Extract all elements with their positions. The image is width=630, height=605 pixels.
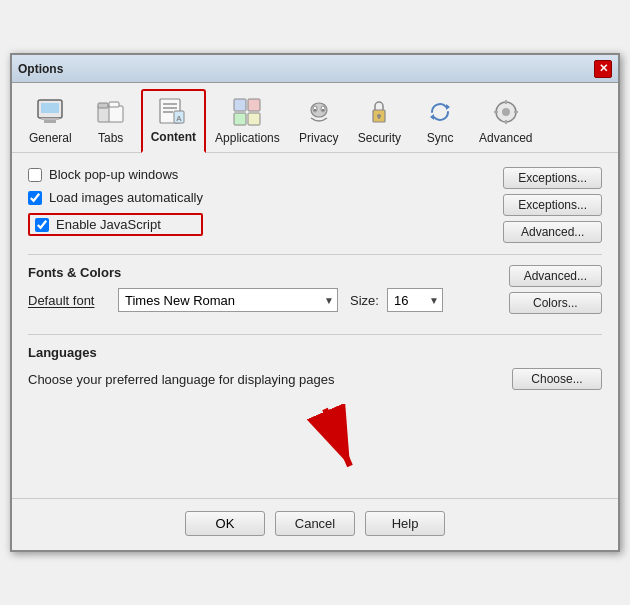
svg-text:A: A xyxy=(176,114,182,123)
exceptions-column: Exceptions... Exceptions... Advanced... xyxy=(503,167,602,243)
tabs-icon xyxy=(95,96,127,128)
fonts-colors-area: Fonts & Colors Default font Times New Ro… xyxy=(28,265,602,320)
toolbar: General Tabs xyxy=(12,83,618,153)
privacy-icon xyxy=(303,96,335,128)
tab-advanced-label: Advanced xyxy=(479,131,532,145)
arrow-area xyxy=(28,404,602,484)
load-images-exceptions-button[interactable]: Exceptions... xyxy=(503,194,602,216)
enable-js-advanced-button[interactable]: Advanced... xyxy=(503,221,602,243)
close-button[interactable]: ✕ xyxy=(594,60,612,78)
size-select-wrapper: 16 12 14 18 24 ▼ xyxy=(387,288,443,312)
svg-rect-6 xyxy=(109,106,123,122)
block-popup-checkbox[interactable] xyxy=(28,168,42,182)
tab-general[interactable]: General xyxy=(20,91,81,152)
checkboxes-column: Block pop-up windows Load images automat… xyxy=(28,167,203,244)
colors-button[interactable]: Colors... xyxy=(509,292,602,314)
svg-rect-5 xyxy=(98,103,108,108)
tab-applications-label: Applications xyxy=(215,131,280,145)
svg-point-22 xyxy=(322,109,324,111)
size-select[interactable]: 16 12 14 18 24 xyxy=(387,288,443,312)
options-window: Options ✕ General xyxy=(10,53,620,552)
fonts-section: Fonts & Colors Default font Times New Ro… xyxy=(28,254,602,320)
enable-js-row: Enable JavaScript xyxy=(28,213,203,236)
svg-rect-31 xyxy=(505,120,507,124)
footer: OK Cancel Help xyxy=(12,498,618,550)
font-select-wrapper: Times New Roman Arial Helvetica Georgia … xyxy=(118,288,338,312)
svg-rect-16 xyxy=(234,113,246,125)
font-select[interactable]: Times New Roman Arial Helvetica Georgia xyxy=(118,288,338,312)
svg-marker-26 xyxy=(446,104,450,110)
languages-section: Languages Choose your preferred language… xyxy=(28,334,602,390)
content-panel: Block pop-up windows Load images automat… xyxy=(12,153,618,498)
checkbox-section: Block pop-up windows Load images automat… xyxy=(28,167,602,244)
size-label: Size: xyxy=(350,293,379,308)
enable-js-checkbox[interactable] xyxy=(35,218,49,232)
tab-tabs[interactable]: Tabs xyxy=(81,91,141,152)
tab-sync-label: Sync xyxy=(427,131,454,145)
svg-rect-33 xyxy=(514,111,518,113)
sync-icon xyxy=(424,96,456,128)
arrow-indicator xyxy=(305,404,385,484)
svg-rect-11 xyxy=(163,111,173,113)
tab-tabs-label: Tabs xyxy=(98,131,123,145)
block-popup-exceptions-button[interactable]: Exceptions... xyxy=(503,167,602,189)
svg-marker-27 xyxy=(430,114,434,120)
svg-rect-14 xyxy=(234,99,246,111)
default-font-label: Default font xyxy=(28,293,110,308)
tab-content[interactable]: A Content xyxy=(141,89,206,153)
svg-rect-10 xyxy=(163,107,177,109)
tab-general-label: General xyxy=(29,131,72,145)
svg-rect-7 xyxy=(109,102,119,107)
language-row: Choose your preferred language for displ… xyxy=(28,368,602,390)
tab-advanced[interactable]: Advanced xyxy=(470,91,541,152)
svg-line-35 xyxy=(325,409,350,466)
fonts-left-col: Fonts & Colors Default font Times New Ro… xyxy=(28,265,509,320)
fonts-advanced-button[interactable]: Advanced... xyxy=(509,265,602,287)
help-button[interactable]: Help xyxy=(365,511,445,536)
advanced-icon xyxy=(490,96,522,128)
general-icon xyxy=(34,96,66,128)
svg-rect-17 xyxy=(248,113,260,125)
security-icon xyxy=(363,96,395,128)
separator-fonts xyxy=(28,254,602,255)
tab-applications[interactable]: Applications xyxy=(206,91,289,152)
choose-language-button[interactable]: Choose... xyxy=(512,368,602,390)
applications-icon xyxy=(231,96,263,128)
tab-content-label: Content xyxy=(151,130,196,144)
ok-button[interactable]: OK xyxy=(185,511,265,536)
load-images-label: Load images automatically xyxy=(49,190,203,205)
languages-header: Languages xyxy=(28,345,602,360)
cancel-button[interactable]: Cancel xyxy=(275,511,355,536)
block-popup-row: Block pop-up windows xyxy=(28,167,203,182)
svg-rect-2 xyxy=(44,120,56,123)
svg-rect-15 xyxy=(248,99,260,111)
fonts-colors-header: Fonts & Colors xyxy=(28,265,509,280)
svg-point-21 xyxy=(314,109,316,111)
svg-rect-3 xyxy=(41,118,59,120)
content-icon: A xyxy=(157,95,189,127)
language-description: Choose your preferred language for displ… xyxy=(28,372,334,387)
svg-rect-9 xyxy=(163,103,177,105)
window-title: Options xyxy=(18,62,63,76)
svg-rect-1 xyxy=(41,103,59,113)
tab-security-label: Security xyxy=(358,131,401,145)
load-images-checkbox[interactable] xyxy=(28,191,42,205)
svg-rect-32 xyxy=(494,111,498,113)
load-images-row: Load images automatically xyxy=(28,190,203,205)
enable-js-label: Enable JavaScript xyxy=(56,217,161,232)
fonts-right-col: Advanced... Colors... xyxy=(509,265,602,314)
tab-privacy[interactable]: Privacy xyxy=(289,91,349,152)
tab-privacy-label: Privacy xyxy=(299,131,338,145)
separator-lang xyxy=(28,334,602,335)
tab-sync[interactable]: Sync xyxy=(410,91,470,152)
block-popup-label: Block pop-up windows xyxy=(49,167,178,182)
svg-point-29 xyxy=(502,108,510,116)
svg-rect-30 xyxy=(505,100,507,104)
title-bar: Options ✕ xyxy=(12,55,618,83)
font-row: Default font Times New Roman Arial Helve… xyxy=(28,288,509,312)
tab-security[interactable]: Security xyxy=(349,91,410,152)
